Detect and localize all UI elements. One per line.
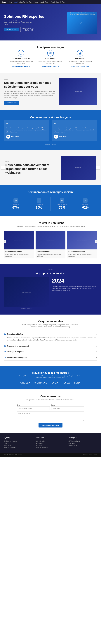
accordion-arrow-3: ∨ xyxy=(96,357,97,358)
accordion: 01. Recruitment Staffing ∧ Lorem ipsum d… xyxy=(4,331,97,360)
talent-next-arrow[interactable]: › xyxy=(95,240,98,243)
svg-rect-3 xyxy=(80,52,81,53)
footer: Sydney 48 Clarence Princess,Sydney,NSW 2… xyxy=(0,433,101,453)
nav-page4[interactable]: Page 4 xyxy=(56,1,61,3)
stat-label-3: Mentore xyxy=(75,204,96,205)
avantage-item-1: EXPÉRIENCE Lorem ipsum dolor sit amet, c… xyxy=(38,50,63,67)
email-field[interactable] xyxy=(17,406,50,410)
stat-value-2: 75% xyxy=(52,206,72,210)
nav-team[interactable]: Our Team xyxy=(26,1,32,3)
accordion-header-2[interactable]: 03. Training Development ∨ xyxy=(4,349,97,354)
avantage-link-0[interactable]: APPRENDRE ENCORE PLUS xyxy=(12,66,30,67)
solutions-section: GUIDE Des solutions concrètes conçues sp… xyxy=(0,73,101,110)
accordion-item-1: 02. Compensation Management ∨ xyxy=(4,343,97,349)
footer-link-privacy[interactable]: Privacy Policy xyxy=(83,454,92,456)
contact-form-row-1: Email Name xyxy=(17,404,84,410)
accordion-number-3: 04. xyxy=(4,357,6,358)
partner-evga[interactable]: EVGA xyxy=(51,382,58,384)
footer-link-terms[interactable]: Terms xyxy=(93,454,97,456)
partner-binance[interactable]: ◆ BINANCE xyxy=(34,382,47,384)
hero-title: Solutions RH expertes xyxy=(4,14,65,19)
experience-icon xyxy=(47,50,54,56)
quote-mark-1: ❝ xyxy=(54,122,95,126)
accordion-header-3[interactable]: 04. Performance Management ∨ xyxy=(4,355,97,360)
about-image: Bâtiment société xyxy=(4,278,49,307)
avantage-item-0: ÉCONOMIES DE COÛTS Lorem ipsum dolor sit… xyxy=(9,50,33,67)
footer-bottom: © 2024 Solutions RH Expertes Privacy Pol… xyxy=(0,453,101,457)
avantage-link-2[interactable]: APPRENDRE ENCORE PLUS xyxy=(71,66,89,67)
avantage-text-0: Lorem ipsum dolor sit amet, consectetur … xyxy=(9,60,33,64)
webinaires-inner: GUIDE Nous participons activement et org… xyxy=(0,156,101,180)
avantage-link-1[interactable]: APPRENDRE ENCORE PLUS xyxy=(41,66,60,67)
hero-text: Sample large text. Lorem ipsum dolor sit… xyxy=(4,20,34,25)
partner-tesla[interactable]: TESLA xyxy=(62,382,70,384)
stat-2: Recrutement 75% xyxy=(51,197,74,211)
webinaires-right: Webinaire xyxy=(61,156,96,180)
logo[interactable]: logo xyxy=(2,1,6,3)
footer-address-la: 888 West 6th Street,Los Angeles,CA 90017… xyxy=(68,440,97,446)
svg-point-9 xyxy=(86,200,86,200)
accordion-item-2: 03. Training Development ∨ xyxy=(4,349,97,355)
hero-phone-button[interactable]: Appelez 346/34 et 7/7 +01-411-3969 xyxy=(20,27,37,32)
phone-label: Appelez 346/34 et 7/7 xyxy=(22,28,35,29)
navigation: logo Home Accueil About Us Our Team Cont… xyxy=(0,0,101,4)
footer-city-melbourne: Melbourne xyxy=(36,437,65,439)
about-content: Bâtiment société Image de Unsplash 2024 … xyxy=(4,278,97,309)
about-right: 2024 Lorem ipsum dolor sit amet, consect… xyxy=(52,278,97,309)
nav-page2[interactable]: Page 2 xyxy=(45,1,49,3)
webinaires-tag: GUIDE xyxy=(5,161,57,162)
stat-3: Mentore 62% xyxy=(74,197,97,211)
webinaires-next-arrow[interactable]: › xyxy=(96,166,100,170)
talent-card-image-label-0: Recherche de cadres xyxy=(14,240,24,241)
flexibility-icon xyxy=(77,50,83,56)
avantage-title-0: ÉCONOMIES DE COÛTS xyxy=(9,58,33,60)
stats-section: Rémunération et avantages sociaux Avanta… xyxy=(0,185,101,216)
about-image-credit: Image de Unsplash xyxy=(4,308,49,309)
stats-grid: Avantages 67% Formations 90% Recrutement… xyxy=(4,197,97,211)
talent-prev-arrow[interactable]: ‹ xyxy=(3,240,6,243)
solutions-title: Des solutions concrètes conçues spéciale… xyxy=(4,81,57,88)
solutions-text: Dignissim suspendisse in est ante in nib… xyxy=(4,90,57,99)
webinaires-title: Nous participons activement et organison… xyxy=(5,163,57,175)
solutions-image-label: Solutions RH xyxy=(75,91,82,92)
accordion-header-1[interactable]: 02. Compensation Management ∨ xyxy=(4,343,97,349)
talent-card-image-0: Recherche de cadres xyxy=(4,230,34,250)
motive-title: Ce qui nous motive xyxy=(4,320,97,323)
about-title: À propos de la société xyxy=(4,272,97,275)
nav-home[interactable]: Home xyxy=(9,1,12,3)
nav-about[interactable]: About Us xyxy=(19,1,25,3)
partner-sony[interactable]: SONY xyxy=(74,382,80,384)
svg-point-1 xyxy=(50,52,51,53)
nav-accueil[interactable]: Accueil xyxy=(14,1,18,3)
about-left: Bâtiment société Image de Unsplash xyxy=(4,278,49,309)
webinaires-prev-arrow[interactable]: ‹ xyxy=(1,166,5,170)
footer-city-la: Los Angeles xyxy=(68,437,97,439)
name-field[interactable] xyxy=(51,406,84,410)
name-group: Name xyxy=(51,404,84,410)
partner-crolla[interactable]: CROLLA xyxy=(20,382,30,384)
svg-rect-5 xyxy=(79,54,80,54)
nav-page3[interactable]: Page 3 xyxy=(51,1,55,3)
solutions-image: Solutions RH xyxy=(59,78,97,105)
talent-card-text-2: Lorem ipsum dolor sit amet, consectetur … xyxy=(68,253,96,257)
footer-address-melbourne: 123 Collins St,Melbourne,VIC 3000,Suffix… xyxy=(36,440,65,449)
accordion-title-1: Compensation Management xyxy=(7,345,96,347)
talent-card-image-1: Recrutement RH xyxy=(36,230,65,250)
footer-address-sydney: 48 Clarence Princess,Sydney,NSW 2000,Suf… xyxy=(4,440,33,449)
talent-card-image-label-1: Recrutement RH xyxy=(46,240,55,241)
accordion-header-0[interactable]: 01. Recruitment Staffing ∧ xyxy=(4,331,97,337)
nav-page1[interactable]: Page 1 xyxy=(40,1,44,3)
stat-value-1: 90% xyxy=(29,206,49,210)
submit-button[interactable]: ENVOYER UN MESSAGE xyxy=(39,423,63,428)
testimonials-section: Comment nous aidons les gens ❝ Lorem ips… xyxy=(0,110,101,150)
solutions-btn[interactable]: EN SAVOIR PLUS xyxy=(4,101,19,104)
hero-cta-button[interactable]: EN SAVOIR PLUS xyxy=(4,28,19,31)
email-group: Email xyxy=(17,404,50,410)
message-field[interactable] xyxy=(17,412,84,421)
contact-subtitle: Des questions ou des remarques ? Écrivez… xyxy=(4,399,97,401)
talent-cards: Recherche de cadres Recherche de cadres … xyxy=(4,230,97,258)
nav-page5[interactable]: Page 5 xyxy=(62,1,66,3)
name-label: Name xyxy=(51,404,84,406)
nav-contact[interactable]: Contact xyxy=(34,1,38,3)
webinaires-image-label: Webinaire xyxy=(75,167,81,168)
